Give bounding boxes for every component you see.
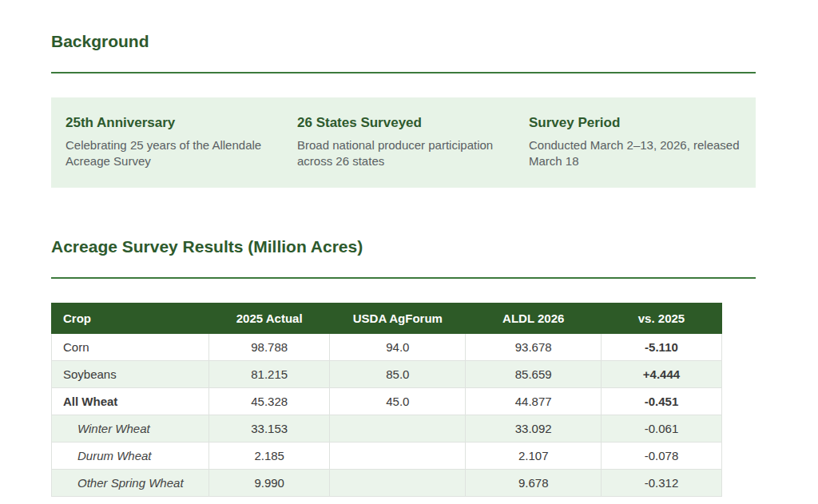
highlight-anniversary: 25th Anniversary Celebrating 25 years of… — [66, 115, 278, 170]
cell-usda-agforum: 85.0 — [330, 360, 466, 387]
cell-aldl-2026: 85.659 — [466, 360, 601, 387]
highlight-text: Celebrating 25 years of the Allendale Ac… — [66, 137, 278, 170]
section-divider — [51, 72, 756, 73]
header-aldl-2026: ALDL 2026 — [466, 303, 601, 333]
cell-2025-actual: 45.328 — [209, 387, 330, 415]
highlight-text: Conducted March 2–13, 2026, released Mar… — [529, 137, 741, 170]
cell-vs-2025: -5.110 — [601, 333, 721, 360]
cell-aldl-2026: 93.678 — [466, 333, 601, 360]
cell-vs-2025: +4.444 — [601, 360, 721, 387]
table-row-durum-wheat: Durum Wheat 2.185 2.107 -0.078 — [52, 442, 722, 469]
cell-crop: Winter Wheat — [52, 415, 209, 442]
cell-usda-agforum: 94.0 — [330, 333, 466, 360]
header-vs-2025: vs. 2025 — [601, 303, 721, 333]
acreage-survey-table: Crop 2025 Actual USDA AgForum ALDL 2026 … — [51, 303, 722, 497]
table-row-other-spring-wheat: Other Spring Wheat 9.990 9.678 -0.312 — [52, 469, 722, 496]
cell-2025-actual: 33.153 — [209, 415, 330, 442]
cell-vs-2025: -0.061 — [601, 415, 721, 442]
table-row-all-wheat: All Wheat 45.328 45.0 44.877 -0.451 — [52, 387, 722, 415]
cell-crop: Durum Wheat — [52, 442, 209, 469]
highlight-states-surveyed: 26 States Surveyed Broad national produc… — [297, 115, 510, 170]
highlights-box: 25th Anniversary Celebrating 25 years of… — [51, 97, 756, 188]
cell-aldl-2026: 33.092 — [466, 415, 601, 442]
cell-aldl-2026: 9.678 — [466, 469, 601, 496]
cell-usda-agforum — [330, 442, 466, 469]
cell-aldl-2026: 44.877 — [466, 387, 601, 415]
cell-aldl-2026: 2.107 — [466, 442, 601, 469]
cell-vs-2025: -0.312 — [601, 469, 721, 496]
cell-2025-actual: 9.990 — [209, 469, 330, 496]
table-header: Crop 2025 Actual USDA AgForum ALDL 2026 … — [52, 303, 722, 333]
cell-crop: All Wheat — [52, 387, 209, 415]
cell-usda-agforum — [330, 415, 466, 442]
highlight-text: Broad national producer participation ac… — [297, 137, 510, 170]
cell-crop: Soybeans — [52, 360, 209, 387]
highlight-title: 25th Anniversary — [66, 115, 278, 131]
highlight-survey-period: Survey Period Conducted March 2–13, 2026… — [529, 115, 741, 170]
cell-vs-2025: -0.078 — [601, 442, 721, 469]
report-content: Background 25th Anniversary Celebrating … — [0, 0, 756, 497]
table-row-corn: Corn 98.788 94.0 93.678 -5.110 — [52, 333, 722, 360]
cell-2025-actual: 98.788 — [209, 333, 330, 360]
cell-crop: Corn — [52, 333, 209, 360]
cell-crop: Other Spring Wheat — [52, 469, 209, 496]
section-divider — [51, 277, 756, 279]
highlight-title: 26 States Surveyed — [297, 115, 510, 131]
header-crop: Crop — [52, 303, 209, 333]
report-page: Background 25th Anniversary Celebrating … — [0, 0, 818, 504]
cell-2025-actual: 81.215 — [209, 360, 330, 387]
cell-usda-agforum: 45.0 — [330, 387, 466, 415]
table-header-row: Crop 2025 Actual USDA AgForum ALDL 2026 … — [52, 303, 722, 333]
table-body: Corn 98.788 94.0 93.678 -5.110 Soybeans … — [52, 333, 722, 496]
cell-2025-actual: 2.185 — [209, 442, 330, 469]
background-section-title: Background — [51, 32, 756, 51]
table-row-soybeans: Soybeans 81.215 85.0 85.659 +4.444 — [52, 360, 722, 387]
header-usda-agforum: USDA AgForum — [330, 303, 466, 333]
results-section-title: Acreage Survey Results (Million Acres) — [51, 237, 756, 256]
table-row-winter-wheat: Winter Wheat 33.153 33.092 -0.061 — [52, 415, 722, 442]
cell-vs-2025: -0.451 — [601, 387, 721, 415]
highlight-title: Survey Period — [529, 115, 741, 131]
cell-usda-agforum — [330, 469, 466, 496]
header-2025-actual: 2025 Actual — [209, 303, 330, 333]
